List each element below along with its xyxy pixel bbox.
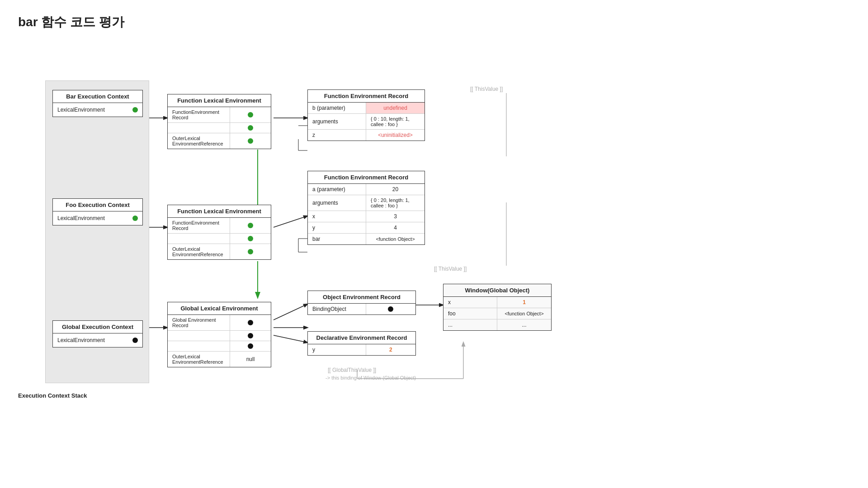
foo-lex-env-row3: OuterLexical EnvironmentReference [168,244,271,259]
window-val1: 1 [497,297,551,308]
svg-line-7 [274,304,307,320]
bar-env-val2: { 0 : 10, length: 1, callee : foo } [366,114,425,129]
foo-env-val5: <function Object> [366,234,425,244]
foo-lex-env-label3: OuterLexical EnvironmentReference [168,244,230,259]
global-ctx-label: LexicalEnvironment [57,337,132,343]
bar-ctx-dot [132,107,138,113]
window-row2: foo <function Object> [443,308,551,319]
foo-ctx-dot [132,216,138,221]
stack-panel: Bar Execution Context LexicalEnvironment… [45,80,149,383]
global-this-desc: -> this binding of Window (Global Object… [326,375,416,380]
bar-lex-env-dot2 [230,123,271,133]
global-ctx-row: LexicalEnvironment [53,333,142,347]
bar-ctx-title: Bar Execution Context [53,90,142,103]
foo-env-val2: { 0 : 20, length: 1, callee : foo } [366,195,425,211]
foo-ctx-title: Foo Execution Context [53,199,142,211]
object-env-record-title: Object Environment Record [308,291,415,304]
bar-env-key3: z [308,130,366,141]
global-lex-env-label4: OuterLexical EnvironmentReference [168,352,230,367]
foo-lex-env-row2 [168,234,271,244]
bar-lex-env-row2 [168,123,271,133]
decl-env-val1: 2 [366,344,415,355]
foo-env-val3: 3 [366,211,425,222]
foo-lex-env-row1: FunctionEnvironment Record [168,218,271,234]
bar-ctx-label: LexicalEnvironment [57,107,132,113]
global-ctx-dot [132,338,138,343]
window-val3: ... [497,319,551,330]
bar-env-val1: undefined [366,103,425,113]
obj-env-row1: BindingObject [308,304,415,314]
foo-env-val1: 20 [366,184,425,195]
bar-lex-env-row1: FunctionEnvironment Record [168,107,271,123]
global-lex-env-label1: Global Environment Record [168,315,230,330]
stack-label: Execution Context Stack [18,392,850,399]
object-env-record: Object Environment Record BindingObject [307,291,416,315]
window-title: Window(Global Object) [443,284,551,297]
declarative-env-record: Declarative Environment Record y 2 [307,331,416,356]
foo-lex-env-dot1 [230,218,271,233]
obj-env-key1: BindingObject [308,304,366,314]
foo-env-row5: bar <function Object> [308,234,425,244]
bar-ctx-row: LexicalEnvironment [53,103,142,117]
foo-env-key1: a (parameter) [308,184,366,195]
bar-env-row3: z <uninitialized> [308,130,425,141]
foo-ctx-label: LexicalEnvironment [57,215,132,221]
this-value-foo: [[ ThisValue ]] [434,266,467,272]
bar-lex-env-label1: FunctionEnvironment Record [168,107,230,122]
global-lex-env-title: Global Lexical Environment [168,302,271,315]
global-lex-env-row4: OuterLexical EnvironmentReference null [168,352,271,367]
foo-env-row3: x 3 [308,211,425,222]
foo-env-key5: bar [308,234,366,244]
bar-lex-env-label3: OuterLexical EnvironmentReference [168,133,230,149]
global-this-value: [[ GlobalThisValue ]] [328,367,376,373]
foo-execution-context: Foo Execution Context LexicalEnvironment [52,198,143,225]
window-key2: foo [443,308,497,319]
bar-env-row1: b (parameter) undefined [308,103,425,114]
bar-lex-env-title: Function Lexical Environment [168,94,271,107]
foo-lex-env-dot2 [230,234,271,244]
svg-line-9 [274,335,307,343]
foo-env-record: Function Environment Record a (parameter… [307,171,425,245]
decl-env-row1: y 2 [308,344,415,355]
this-value-bar: [[ ThisValue ]] [470,86,503,92]
foo-ctx-row: LexicalEnvironment [53,211,142,225]
bar-env-record: Function Environment Record b (parameter… [307,89,425,141]
window-val2: <function Object> [497,308,551,319]
foo-env-key3: x [308,211,366,222]
bar-lex-env-row3: OuterLexical EnvironmentReference [168,133,271,149]
foo-env-row2: arguments { 0 : 20, length: 1, callee : … [308,195,425,211]
decl-env-key1: y [308,344,366,355]
foo-env-row1: a (parameter) 20 [308,184,425,195]
bar-env-key2: arguments [308,114,366,129]
bar-lex-env: Function Lexical Environment FunctionEnv… [167,94,271,149]
window-row3: ... ... [443,319,551,330]
global-lex-env-row3 [168,341,271,352]
foo-lex-env-title: Function Lexical Environment [168,205,271,218]
foo-lex-env: Function Lexical Environment FunctionEnv… [167,205,271,260]
obj-env-dot1 [366,304,415,314]
global-lex-env: Global Lexical Environment Global Enviro… [167,302,271,367]
bar-execution-context: Bar Execution Context LexicalEnvironment [52,90,143,117]
window-key1: x [443,297,497,308]
page-title: bar 함수 코드 평가 [18,14,850,31]
global-execution-context: Global Execution Context LexicalEnvironm… [52,320,143,347]
bar-env-val3: <uninitialized> [366,130,425,141]
global-lex-env-dot3 [230,341,271,351]
bar-env-key1: b (parameter) [308,103,366,113]
window-box: Window(Global Object) x 1 foo <function … [443,284,552,331]
global-lex-env-row2 [168,331,271,341]
global-lex-env-null: null [230,352,271,367]
foo-env-key2: arguments [308,195,366,211]
global-lex-env-row1: Global Environment Record [168,315,271,331]
bar-env-record-title: Function Environment Record [308,90,425,103]
foo-lex-env-dot3 [230,244,271,259]
bar-lex-env-dot1 [230,107,271,122]
global-ctx-title: Global Execution Context [53,321,142,333]
diagram: Bar Execution Context LexicalEnvironment… [18,44,561,388]
foo-env-val4: 4 [366,222,425,233]
svg-line-4 [274,216,307,227]
foo-env-record-title: Function Environment Record [308,171,425,184]
declarative-env-record-title: Declarative Environment Record [308,332,415,344]
global-lex-env-dot2 [230,331,271,341]
window-key3: ... [443,319,497,330]
